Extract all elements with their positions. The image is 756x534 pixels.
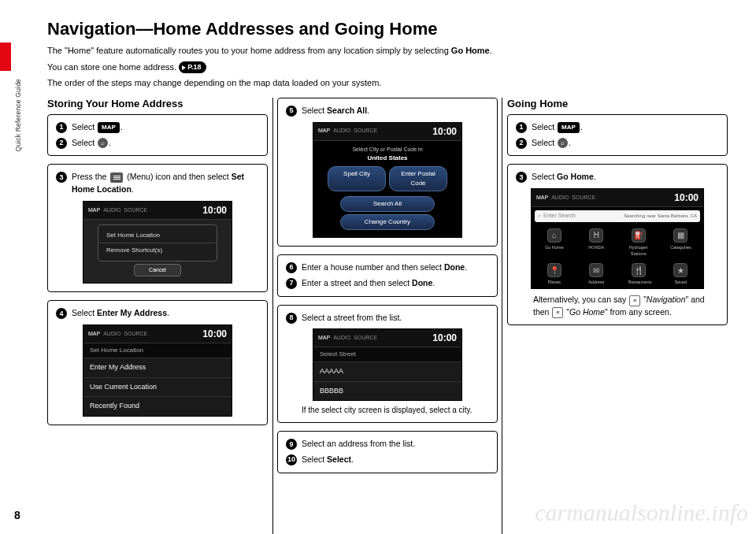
icon-row-2: 📍Places ✉Address 🍴Restaurants ★Saved <box>532 260 703 288</box>
storing-heading: Storing Your Home Address <box>47 98 268 109</box>
storing-box-1: 1 Select MAP. 2 Select ⌕. <box>47 114 268 157</box>
step-bullet-1: 1 <box>56 122 67 133</box>
step-bullet-9: 9 <box>286 439 297 450</box>
list-header: Select Street <box>313 347 461 362</box>
section-tab <box>0 43 11 71</box>
page-title: Navigation—Home Addresses and Going Home <box>47 19 740 39</box>
storing-box-2: 3 Press the (Menu) icon and then select … <box>47 164 268 292</box>
step-bullet-3: 3 <box>56 172 67 183</box>
categories-icon: ▦ <box>673 228 687 243</box>
mid-box-4: 9 Select an address from the list. 10 Se… <box>277 431 498 473</box>
column-middle: 5 Select Search All. MAP AUDIO SOURCE 10… <box>277 98 498 481</box>
search-icon: ⌕ <box>538 212 541 221</box>
mid-box-3: 8 Select a street from the list. MAP AUD… <box>277 305 498 424</box>
screen-enter-address: MAP AUDIO SOURCE 10:00 Set Home Location… <box>83 324 232 417</box>
popup-menu: Set Home Location Remove Shortcut(s) <box>98 224 217 261</box>
tab-source: SOURCE <box>124 206 147 215</box>
step-bullet-2: 2 <box>516 138 527 149</box>
clock: 10:00 <box>432 124 457 139</box>
restaurants-icon: 🍴 <box>632 263 646 277</box>
go-home-icon: ⌂ <box>547 228 561 243</box>
tab-map: MAP <box>88 206 100 215</box>
clock: 10:00 <box>674 191 699 205</box>
search-icon: ⌕ <box>98 138 108 148</box>
voice-icon: « <box>629 295 640 306</box>
popup-remove-shortcut: Remove Shortcut(s) <box>98 243 217 258</box>
step-bullet-5: 5 <box>286 106 297 117</box>
map-icon: MAP <box>558 122 580 133</box>
storing-box-3: 4 Select Enter My Address. MAP AUDIO SOU… <box>47 300 268 425</box>
address-icon: ✉ <box>589 263 603 277</box>
icon-row-1: ⌂Go Home HHONDA ⛽Hydrogen Stations ▦Cate… <box>532 225 703 261</box>
list-enter-my-address: Enter My Address <box>83 358 232 377</box>
column-going-home: Going Home 1 Select MAP. 2 Select ⌕. <box>507 98 728 481</box>
step-bullet-2: 2 <box>56 138 67 149</box>
step-bullet-8: 8 <box>286 313 297 324</box>
map-icon: MAP <box>98 122 120 133</box>
page-ref-badge: P.18 <box>179 61 206 74</box>
step-bullet-3: 3 <box>516 172 527 183</box>
clock: 10:00 <box>432 331 457 345</box>
gohome-box-2: 3 Select Go Home. MAP AUDIO SOURCE 10:00 <box>507 164 728 324</box>
cancel-button: Cancel <box>134 264 181 277</box>
sub-note: If the select city screen is displayed, … <box>302 404 489 416</box>
voice-icon: « <box>552 307 563 318</box>
search-all: Search All <box>340 196 435 212</box>
go-home-ref: Go Home <box>451 46 490 55</box>
menu-icon <box>110 172 123 183</box>
voice-note: Alternatively, you can say « "Navigation… <box>533 294 719 317</box>
screen-street-list: MAP AUDIO SOURCE 10:00 Select Street AAA… <box>313 328 462 401</box>
step-bullet-1: 1 <box>516 122 527 133</box>
list-recently-found: Recently Found <box>83 396 232 416</box>
intro-block: The "Home" feature automatically routes … <box>47 44 740 90</box>
intro-text: The order of the steps may change depend… <box>47 76 740 90</box>
spell-city: Spell City <box>328 166 386 191</box>
page-number: 8 <box>14 509 20 521</box>
divider <box>502 98 502 534</box>
places-icon: 📍 <box>547 263 561 277</box>
list-use-current: Use Current Location <box>83 377 232 397</box>
hydrogen-icon: ⛽ <box>632 228 646 243</box>
watermark: carmanualsonline.info <box>535 499 748 526</box>
mid-box-1: 5 Select Search All. MAP AUDIO SOURCE 10… <box>277 98 498 247</box>
divider <box>272 98 273 534</box>
enter-postal: Enter Postal Code <box>389 166 447 191</box>
popup-set-home: Set Home Location <box>98 228 217 243</box>
search-location: Searching near Santa Barbara, CA <box>624 213 697 220</box>
list-header: Set Home Location <box>83 343 232 358</box>
honda-icon: H <box>589 228 603 243</box>
search-icon: ⌕ <box>558 138 568 148</box>
page-content: Navigation—Home Addresses and Going Home… <box>47 19 740 481</box>
step-bullet-7: 7 <box>286 278 297 289</box>
screen-search-all: MAP AUDIO SOURCE 10:00 Select City or Po… <box>313 122 462 239</box>
screen-go-home: MAP AUDIO SOURCE 10:00 ⌕ Enter Search Se… <box>531 188 704 289</box>
clock: 10:00 <box>202 327 227 341</box>
intro-text: You can store one home address. <box>47 62 179 72</box>
search-bar: ⌕ Enter Search Searching near Santa Barb… <box>535 210 700 222</box>
column-storing: Storing Your Home Address 1 Select MAP. … <box>47 98 268 481</box>
street-a: AAAAA <box>313 362 461 381</box>
gohome-box-1: 1 Select MAP. 2 Select ⌕. <box>507 114 728 157</box>
step-bullet-6: 6 <box>286 262 297 273</box>
intro-text: The "Home" feature automatically routes … <box>47 46 451 55</box>
mid-box-2: 6 Enter a house number and then select D… <box>277 254 498 297</box>
side-label: Quick Reference Guide <box>14 79 25 152</box>
saved-icon: ★ <box>673 263 687 277</box>
step-bullet-4: 4 <box>56 308 67 319</box>
tab-audio: AUDIO <box>103 206 120 215</box>
step-bullet-10: 10 <box>286 454 297 465</box>
change-country: Change Country <box>340 214 435 230</box>
going-home-heading: Going Home <box>507 98 728 109</box>
street-b: BBBBB <box>313 381 461 401</box>
clock: 10:00 <box>202 203 227 217</box>
screen-set-home: MAP AUDIO SOURCE 10:00 Set Home Location… <box>83 201 232 284</box>
